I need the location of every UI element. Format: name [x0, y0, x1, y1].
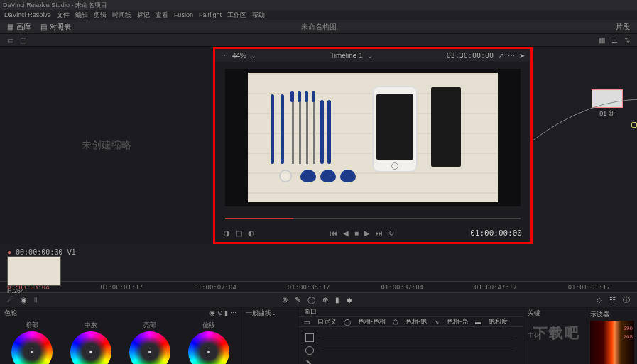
page-tabs: ▦ 画廊 ▤ 对照表 未命名构图 片段: [0, 20, 637, 34]
shape-poly-icon[interactable]: ⬠: [393, 319, 398, 326]
menu-help[interactable]: 帮助: [252, 11, 265, 20]
keyer-title: 关键: [528, 309, 540, 318]
tracker-icon[interactable]: ⊕: [322, 296, 328, 304]
prev-icon[interactable]: ◀: [343, 229, 349, 237]
wheel-tool-icon[interactable]: ◉: [21, 296, 27, 304]
window-title: DaVinci Resolve Studio - 未命名项目: [3, 1, 107, 10]
timeline-ruler[interactable]: 01:03:03:04 01:00:01:17 01:00:07:04 01:0…: [0, 281, 637, 292]
viewer-canvas[interactable]: [225, 69, 521, 206]
key-icon[interactable]: ◆: [347, 296, 352, 304]
menu-view[interactable]: 查看: [156, 11, 168, 20]
menu-app[interactable]: DaVinci Resolve: [4, 11, 51, 18]
zoom-level[interactable]: 44%: [232, 52, 246, 60]
tab-sat[interactable]: 色相-饱: [405, 317, 427, 326]
main-menu: DaVinci Resolve 文件 编辑 剪辑 时间线 标记 查看 Fusio…: [0, 10, 637, 20]
gallery-tab[interactable]: ▦ 画廊: [7, 22, 31, 32]
scopes-icon[interactable]: ☷: [609, 296, 616, 304]
gain-wheel[interactable]: [129, 331, 170, 365]
wheel-mode-icon[interactable]: ◉ ⊙ ▮ ⋯: [209, 309, 236, 316]
empty-placeholder: 未创建缩略: [82, 139, 131, 152]
waveform-scope[interactable]: 896 768: [590, 321, 634, 364]
rec-icon: ●: [7, 248, 11, 256]
shape-curve-icon[interactable]: ∿: [434, 319, 440, 326]
clip-strip: ● 00:00:00:00 V1 H.264: [0, 244, 637, 281]
menu-file[interactable]: 文件: [57, 11, 70, 20]
menu-edit[interactable]: 编辑: [75, 11, 88, 20]
menu-workspace[interactable]: 工作区: [227, 11, 246, 20]
clips-tab[interactable]: 片段: [616, 22, 630, 32]
pointer-icon[interactable]: ➤: [519, 52, 525, 60]
menu-fusion[interactable]: Fusion: [174, 11, 193, 18]
expand-icon[interactable]: ⤢: [498, 52, 503, 60]
circle-shape-icon[interactable]: [305, 346, 314, 355]
qualifier-icon[interactable]: ⊚: [282, 296, 288, 304]
bars-tool-icon[interactable]: ⫴: [34, 296, 37, 304]
rect-icon[interactable]: ▭: [6, 36, 14, 45]
page-title: 未命名构图: [301, 22, 337, 32]
curves-tool-icon[interactable]: ☄: [7, 296, 13, 304]
shape-grad-icon[interactable]: ▬: [475, 319, 481, 326]
keyframe-icon[interactable]: ◇: [597, 296, 602, 304]
viewer-timecode[interactable]: 01:00:00:00: [470, 228, 522, 238]
loop-icon[interactable]: ↻: [388, 229, 394, 237]
offset-wheel[interactable]: [188, 331, 229, 365]
chevron-down-icon[interactable]: ⌄: [251, 52, 256, 60]
highlight-icon[interactable]: ◐: [248, 229, 254, 237]
sort-icon[interactable]: ⇅: [623, 36, 631, 45]
luts-tab[interactable]: ▤ 对照表: [40, 22, 71, 32]
chevron-down-icon[interactable]: ⌄: [367, 52, 373, 60]
watermark: 下载吧: [533, 324, 580, 343]
shape-circle-icon[interactable]: ◯: [344, 319, 351, 326]
first-frame-icon[interactable]: ⏮: [330, 229, 337, 237]
clip-timecode: 00:00:00:00: [16, 248, 62, 256]
node-graph[interactable]: 01 新: [533, 47, 637, 244]
info-icon[interactable]: ⓘ: [623, 295, 630, 305]
thumb-icon[interactable]: ▦: [597, 36, 606, 45]
play-icon[interactable]: ▶: [364, 229, 370, 237]
scopes-panel: 示波器 896 768: [587, 307, 637, 364]
opts-icon[interactable]: ⋯: [508, 52, 515, 60]
split-icon[interactable]: ◫: [236, 229, 242, 237]
tab-sat2[interactable]: 饱和度: [489, 317, 508, 326]
gallery-panel: 未创建缩略: [0, 47, 213, 244]
line-shape-icon[interactable]: [306, 360, 313, 364]
rect-shape-icon[interactable]: [305, 333, 314, 342]
toolbar: ▭ ◫ ▦ ☰ ⇅: [0, 34, 637, 47]
curves-title[interactable]: 一般曲线: [246, 309, 271, 318]
duration-tc: 03:30:00:00: [447, 52, 494, 60]
eyedrop-icon[interactable]: ✎: [295, 296, 300, 304]
wipe-icon[interactable]: ◫: [18, 36, 27, 45]
timeline-name[interactable]: Timeline 1: [330, 52, 363, 60]
menu-trim[interactable]: 剪辑: [94, 11, 107, 20]
lift-wheel[interactable]: [11, 331, 53, 365]
output-node-icon[interactable]: [631, 122, 637, 128]
shape-rect-icon[interactable]: ▭: [304, 319, 310, 326]
gamma-wheel[interactable]: [70, 331, 111, 365]
scopes-title: 示波器: [590, 310, 634, 319]
tab-hue[interactable]: 色相-色相: [358, 317, 386, 326]
blur-icon[interactable]: ▮: [335, 296, 339, 304]
window-icon[interactable]: ◯: [307, 296, 315, 304]
wheels-title: 色轮: [4, 309, 17, 318]
tool-row: ☄ ◉ ⫴ ⊚ ✎ ◯ ⊕ ▮ ◆ ◇ ☷ ⓘ: [0, 292, 637, 307]
tab-custom[interactable]: 自定义: [317, 317, 337, 326]
stop-icon[interactable]: ■: [354, 229, 359, 237]
menu-mark[interactable]: 标记: [137, 11, 150, 20]
viewer-panel: ⋯ 44% ⌄ Timeline 1 ⌄ 03:30:00:00 ⤢ ⋯ ➤: [213, 47, 533, 244]
bypass-icon[interactable]: ◑: [224, 229, 230, 237]
clip-thumbnail[interactable]: [7, 256, 61, 286]
window-tab[interactable]: 窗口: [304, 307, 317, 316]
menu-fairlight[interactable]: Fairlight: [199, 11, 222, 18]
scrubber[interactable]: [225, 214, 521, 224]
clip-track: V1: [67, 248, 75, 256]
next-icon[interactable]: ⏭: [376, 229, 383, 237]
menu-timeline[interactable]: 时间线: [112, 11, 131, 20]
tab-lum[interactable]: 色相-亮: [447, 317, 468, 326]
viewer-mode-icon[interactable]: ⋯: [221, 52, 228, 60]
list-icon[interactable]: ☰: [610, 36, 619, 45]
